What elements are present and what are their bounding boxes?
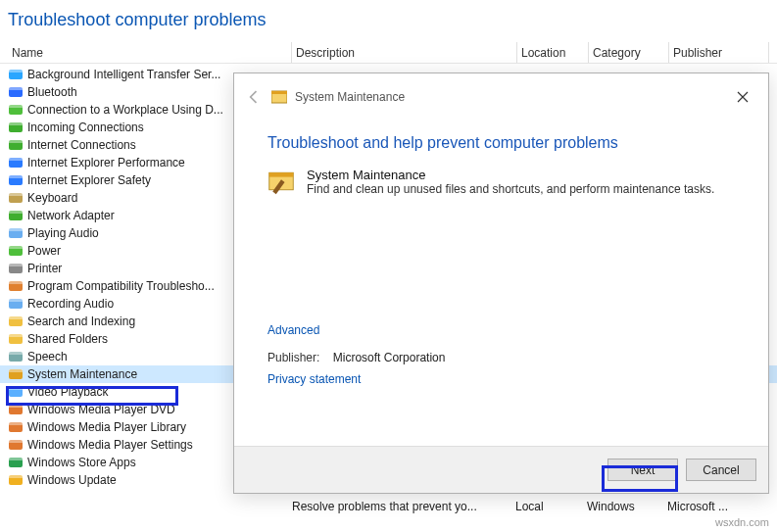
bluetooth-icon	[8, 84, 24, 100]
close-button[interactable]	[729, 83, 756, 111]
troubleshooter-item[interactable]: System Maintenance Find and clean up unu…	[267, 168, 735, 196]
list-item-label: Windows Media Player Settings	[27, 438, 193, 452]
list-item-label: Network Adapter	[27, 209, 115, 222]
item-title: System Maintenance	[307, 168, 714, 182]
svg-rect-9	[9, 140, 23, 143]
search-icon	[8, 314, 24, 329]
svg-rect-45	[9, 458, 23, 460]
svg-rect-11	[9, 158, 23, 161]
col-publisher[interactable]: Publisher	[669, 42, 769, 63]
dialog-heading: Troubleshoot and help prevent computer p…	[267, 134, 735, 152]
col-description[interactable]: Description	[292, 42, 517, 63]
svg-rect-17	[9, 211, 23, 214]
list-item-label: Connection to a Workplace Using D...	[27, 103, 223, 117]
workplace-icon	[8, 102, 24, 118]
ie-safety-icon	[8, 172, 24, 188]
next-button[interactable]: Next	[607, 459, 678, 481]
list-item-label: Bluetooth	[27, 85, 77, 99]
svg-rect-29	[9, 316, 23, 319]
cancel-button[interactable]: Cancel	[686, 459, 756, 481]
svg-rect-3	[9, 87, 23, 90]
list-row-detail: Resolve problems that prevent yo... Loca…	[292, 500, 772, 517]
watermark: wsxdn.com	[715, 516, 769, 528]
svg-rect-13	[9, 175, 23, 178]
wmp-set-icon	[8, 437, 24, 453]
list-item-label: System Maintenance	[27, 367, 137, 381]
item-description: Find and clean up unused files and short…	[307, 182, 714, 196]
list-item-label: Program Compatibility Troublesho...	[27, 279, 215, 293]
svg-rect-25	[9, 281, 23, 284]
publisher-row: Publisher: Microsoft Corporation	[267, 351, 735, 364]
page-title: Troubleshoot computer problems	[0, 0, 777, 42]
list-item-label: Video Playback	[27, 385, 109, 399]
wmp-dvd-icon	[8, 402, 24, 417]
svg-rect-37	[9, 387, 23, 390]
list-item-label: Speech	[27, 350, 68, 363]
svg-rect-27	[9, 299, 23, 302]
video-icon	[8, 384, 24, 400]
svg-rect-31	[9, 334, 23, 337]
svg-rect-39	[9, 405, 23, 408]
svg-rect-21	[9, 246, 23, 249]
list-item-label: Windows Store Apps	[27, 456, 136, 469]
back-icon	[244, 87, 264, 107]
list-item-label: Background Intelligent Transfer Ser...	[27, 68, 220, 81]
wmp-lib-icon	[8, 419, 24, 435]
publisher-label: Publisher:	[267, 351, 319, 364]
recaudio-icon	[8, 296, 24, 312]
list-item-label: Incoming Connections	[27, 121, 144, 134]
list-item-label: Windows Media Player DVD	[27, 403, 175, 416]
audio-icon	[8, 225, 24, 241]
list-item-label: Printer	[27, 262, 62, 275]
wizard-dialog: System Maintenance Troubleshoot and help…	[233, 73, 769, 494]
keyboard-icon	[8, 190, 24, 206]
list-item-label: Windows Media Player Library	[27, 420, 186, 434]
speech-icon	[8, 349, 24, 364]
advanced-link[interactable]: Advanced	[267, 323, 735, 337]
svg-rect-51	[269, 172, 294, 176]
svg-rect-7	[9, 122, 23, 125]
list-item-label: Shared Folders	[27, 332, 108, 346]
list-item-label: Windows Update	[27, 473, 117, 487]
svg-rect-49	[271, 91, 287, 94]
list-item-label: Search and Indexing	[27, 314, 135, 328]
sysmaint-large-icon	[267, 168, 295, 195]
svg-rect-23	[9, 264, 23, 266]
close-icon	[737, 91, 749, 103]
svg-rect-35	[9, 369, 23, 372]
col-name[interactable]: Name	[8, 42, 292, 63]
list-item-label: Internet Explorer Performance	[27, 156, 185, 169]
svg-rect-15	[9, 193, 23, 196]
list-item-label: Playing Audio	[27, 226, 99, 240]
svg-rect-1	[9, 70, 23, 73]
col-category[interactable]: Category	[589, 42, 669, 63]
svg-rect-43	[9, 440, 23, 443]
list-item-label: Keyboard	[27, 191, 77, 205]
compat-icon	[8, 278, 24, 294]
svg-rect-5	[9, 105, 23, 108]
bits-icon	[8, 67, 24, 82]
list-item-label: Power	[27, 244, 61, 258]
column-headers: Name Description Location Category Publi…	[0, 42, 777, 64]
sysmaint-icon	[271, 89, 287, 105]
internet-icon	[8, 137, 24, 153]
incoming-icon	[8, 120, 24, 135]
folders-icon	[8, 331, 24, 347]
list-item-label: Internet Explorer Safety	[27, 173, 151, 187]
store-icon	[8, 455, 24, 470]
ie-perf-icon	[8, 155, 24, 170]
update-icon	[8, 472, 24, 488]
netadapter-icon	[8, 208, 24, 223]
svg-rect-47	[9, 475, 23, 478]
list-item-label: Recording Audio	[27, 297, 114, 311]
list-item-label: Internet Connections	[27, 138, 136, 152]
printer-icon	[8, 261, 24, 276]
power-icon	[8, 243, 24, 259]
sysmaint-icon	[8, 366, 24, 382]
publisher-value: Microsoft Corporation	[333, 351, 446, 364]
privacy-link[interactable]: Privacy statement	[267, 372, 735, 386]
breadcrumb: System Maintenance	[295, 90, 405, 104]
col-location[interactable]: Location	[517, 42, 589, 63]
svg-rect-41	[9, 422, 23, 425]
svg-rect-19	[9, 228, 23, 231]
